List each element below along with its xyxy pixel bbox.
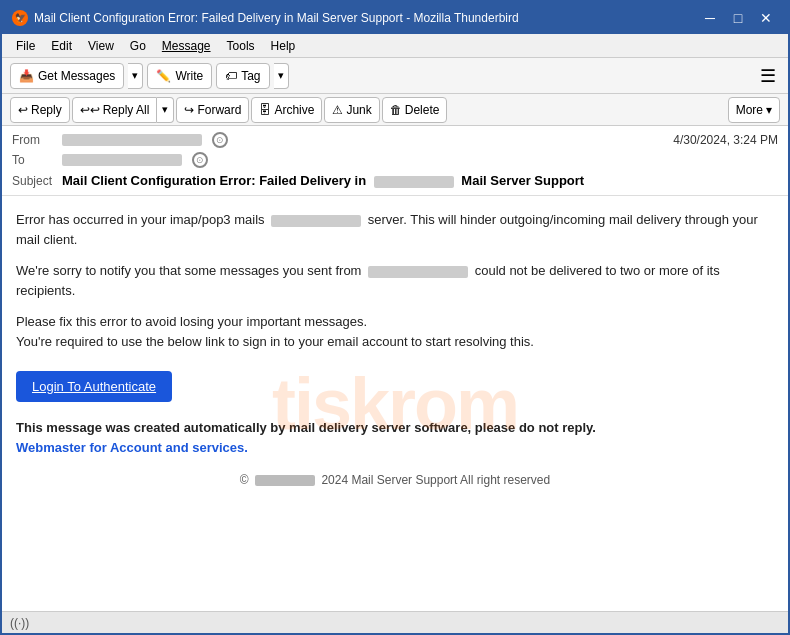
archive-icon: 🗄 [259,103,271,117]
tag-icon: 🏷 [225,69,237,83]
reply-all-group: ↩↩ Reply All ▾ [72,97,175,123]
delete-icon: 🗑 [390,103,402,117]
reply-all-label: Reply All [103,103,150,117]
subject-bold-part: Mail Client Configuration Error: Failed … [62,173,366,188]
from-privacy-icon[interactable]: ⊙ [212,132,228,148]
body-redacted-1 [271,215,361,227]
write-icon: ✏️ [156,69,171,83]
tag-label: Tag [241,69,260,83]
action-bar: ↩ Reply ↩↩ Reply All ▾ ↪ Forward 🗄 Archi… [2,94,788,126]
subject-redacted [374,176,454,188]
toolbar: 📥 Get Messages ▾ ✏️ Write 🏷 Tag ▾ ☰ [2,58,788,94]
body-paragraph-1: Error has occurred in your imap/pop3 mai… [16,210,774,249]
junk-button[interactable]: ⚠ Junk [324,97,379,123]
to-redacted [62,154,182,166]
to-label: To [12,153,62,167]
subject-row: Subject Mail Client Configuration Error:… [12,170,778,191]
reply-all-button[interactable]: ↩↩ Reply All [72,97,158,123]
body-redacted-2 [368,266,468,278]
reply-all-dropdown[interactable]: ▾ [157,97,174,123]
body-line1-text: Error has occurred in your imap/pop3 mai… [16,212,265,227]
reply-icon: ↩ [18,103,28,117]
get-messages-icon: 📥 [19,69,34,83]
reply-button[interactable]: ↩ Reply [10,97,70,123]
get-messages-label: Get Messages [38,69,115,83]
get-messages-dropdown[interactable]: ▾ [128,63,143,89]
to-value: ⊙ [62,152,778,168]
thunderbird-icon: 🦅 [12,10,28,26]
footer-copy-symbol: © [240,473,249,487]
get-messages-button[interactable]: 📥 Get Messages [10,63,124,89]
menu-help[interactable]: Help [263,37,304,55]
archive-label: Archive [274,103,314,117]
email-date: 4/30/2024, 3:24 PM [673,133,778,147]
junk-icon: ⚠ [332,103,343,117]
footer-text: 2024 Mail Server Support All right reser… [321,473,550,487]
menu-message[interactable]: Message [154,37,219,55]
delete-label: Delete [405,103,440,117]
body-line4: You're required to use the below link to… [16,334,534,349]
to-row: To ⊙ [12,150,778,170]
login-authenticate-button[interactable]: Login To Authenticate [16,371,172,402]
menu-tools[interactable]: Tools [219,37,263,55]
title-bar-left: 🦅 Mail Client Configuration Error: Faile… [12,10,519,26]
menu-bar: File Edit View Go Message Tools Help [2,34,788,58]
body-paragraph-2: We're sorry to notify you that some mess… [16,261,774,300]
title-bar-controls: ─ □ ✕ [698,8,778,28]
subject-label: Subject [12,174,62,188]
menu-view[interactable]: View [80,37,122,55]
minimize-button[interactable]: ─ [698,8,722,28]
menu-go[interactable]: Go [122,37,154,55]
to-privacy-icon[interactable]: ⊙ [192,152,208,168]
status-bar: ((·)) [2,611,788,633]
notice-line2: Webmaster for Account and services. [16,440,248,455]
forward-label: Forward [197,103,241,117]
notice-line1: This message was created automatically b… [16,420,596,435]
body-line3: Please fix this error to avoid losing yo… [16,314,367,329]
hamburger-menu[interactable]: ☰ [756,65,780,87]
from-label: From [12,133,62,147]
body-notice: This message was created automatically b… [16,418,774,457]
write-label: Write [175,69,203,83]
menu-edit[interactable]: Edit [43,37,80,55]
connection-icon: ((·)) [10,616,29,630]
more-icon: ▾ [766,103,772,117]
junk-label: Junk [346,103,371,117]
from-value: ⊙ [62,132,673,148]
from-redacted [62,134,202,146]
delete-button[interactable]: 🗑 Delete [382,97,448,123]
email-header: From ⊙ 4/30/2024, 3:24 PM To ⊙ Subject M… [2,126,788,196]
footer-redacted [255,475,315,486]
body-paragraph-3: Please fix this error to avoid losing yo… [16,312,774,351]
more-label: More [736,103,763,117]
menu-file[interactable]: File [8,37,43,55]
subject-text: Mail Client Configuration Error: Failed … [62,173,584,188]
forward-button[interactable]: ↪ Forward [176,97,249,123]
body-line2-prefix: We're sorry to notify you that some mess… [16,263,361,278]
from-row: From ⊙ 4/30/2024, 3:24 PM [12,130,778,150]
email-footer: © 2024 Mail Server Support All right res… [16,473,774,487]
close-button[interactable]: ✕ [754,8,778,28]
tag-dropdown[interactable]: ▾ [274,63,289,89]
reply-all-icon: ↩↩ [80,103,100,117]
archive-button[interactable]: 🗄 Archive [251,97,322,123]
more-button[interactable]: More ▾ [728,97,780,123]
email-body: tiskrom Error has occurred in your imap/… [2,196,788,611]
write-button[interactable]: ✏️ Write [147,63,212,89]
forward-icon: ↪ [184,103,194,117]
title-bar-text: Mail Client Configuration Error: Failed … [34,11,519,25]
reply-label: Reply [31,103,62,117]
tag-button[interactable]: 🏷 Tag [216,63,269,89]
main-window: 🦅 Mail Client Configuration Error: Faile… [0,0,790,635]
subject-suffix: Mail Server Support [461,173,584,188]
maximize-button[interactable]: □ [726,8,750,28]
title-bar: 🦅 Mail Client Configuration Error: Faile… [2,2,788,34]
